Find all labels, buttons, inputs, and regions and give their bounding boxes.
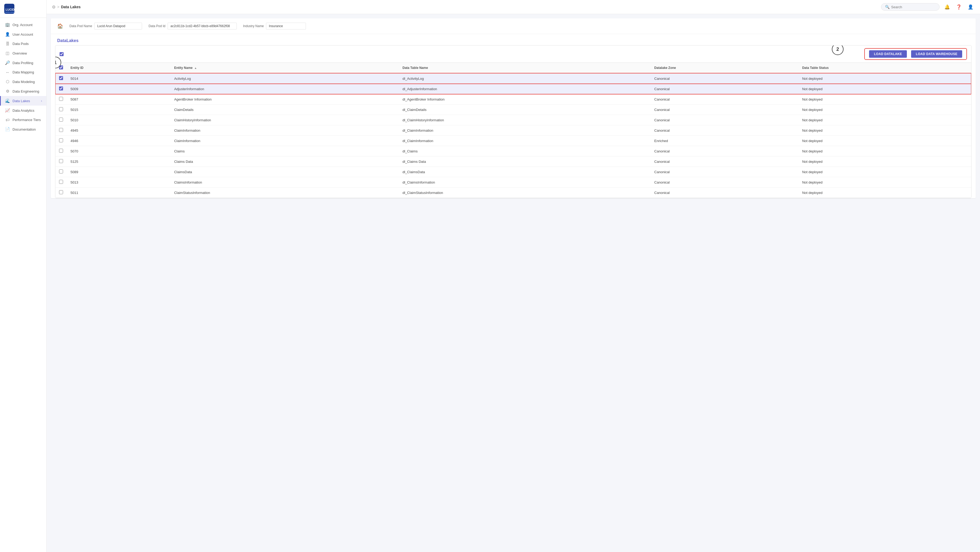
home-icon[interactable]: 🏠 [57, 23, 63, 29]
section-title: DataLakes [51, 34, 976, 45]
select-all-checkbox[interactable] [60, 52, 64, 56]
table-row: 5125 Claims Data dl_Claims Data Canonica… [55, 156, 971, 167]
sidebar-item-performance-tiers[interactable]: 🏷 Performance Tiers [0, 115, 46, 124]
breadcrumb: ⚙ > Data Lakes [52, 5, 878, 10]
row-checkbox-cell [55, 156, 67, 167]
sidebar-label-user-account: User Account [13, 32, 33, 37]
table-row: 4945 ClaimInformation dl_ClaimInformatio… [55, 125, 971, 136]
table-row: 5015 ClaimDetails dl_ClaimDetails Canoni… [55, 105, 971, 115]
help-button[interactable]: ❓ [955, 3, 963, 11]
row-checkbox[interactable] [59, 86, 63, 91]
row-table-name: dl_ClaimsInformation [399, 177, 651, 188]
sidebar-item-data-pods[interactable]: 🗄 Data Pods [0, 39, 46, 48]
datapod-id-input[interactable] [168, 22, 237, 30]
sidebar-item-data-mapping[interactable]: ↔ Data Mapping [0, 68, 46, 77]
sidebar-item-org-account[interactable]: 🏢 Org. Account [0, 20, 46, 30]
sidebar-label-data-lakes: Data Lakes [13, 99, 30, 103]
sidebar-label-data-pods: Data Pods [13, 42, 29, 46]
data-pods-icon: 🗄 [5, 41, 10, 46]
sidebar-label-documentation: Documentation [13, 127, 36, 131]
breadcrumb-icon: ⚙ [52, 5, 56, 10]
notifications-button[interactable]: 🔔 [943, 3, 951, 11]
sidebar-item-overview[interactable]: ◫ Overview [0, 48, 46, 58]
row-entity-name: ClaimInformation [170, 136, 399, 146]
row-checkbox[interactable] [59, 107, 63, 111]
row-checkbox[interactable] [59, 76, 63, 80]
row-checkbox-cell [55, 115, 67, 125]
table-row: 5013 ClaimsInformation dl_ClaimsInformat… [55, 177, 971, 188]
row-status: Not deployed [798, 115, 971, 125]
row-checkbox[interactable] [59, 97, 63, 101]
row-checkbox[interactable] [59, 128, 63, 132]
row-entity-name: ClaimInformation [170, 125, 399, 136]
row-checkbox[interactable] [59, 138, 63, 142]
search-box[interactable]: 🔍 [881, 3, 940, 11]
table-row: 4946 ClaimInformation dl_ClaimInformatio… [55, 136, 971, 146]
data-engineering-icon: ⚙ [5, 89, 10, 94]
row-entity-id: 5009 [67, 84, 170, 94]
data-modeling-icon: ⬡ [5, 79, 10, 84]
sidebar-item-data-analytics[interactable]: 📈 Data Analytics [0, 106, 46, 115]
user-account-icon: 👤 [5, 32, 10, 37]
row-entity-name: AgentBroker Information [170, 94, 399, 105]
sidebar-label-performance-tiers: Performance Tiers [13, 118, 41, 122]
sidebar-item-user-account[interactable]: 👤 User Account [0, 30, 46, 39]
row-status: Not deployed [798, 146, 971, 156]
sidebar-item-data-lakes[interactable]: 🌊 Data Lakes › [0, 96, 46, 106]
row-entity-name: Claims Data [170, 156, 399, 167]
sidebar-item-documentation[interactable]: 📄 Documentation [0, 124, 46, 134]
sidebar-label-data-profiling: Data Profiling [13, 61, 33, 65]
row-zone: Canonical [651, 188, 799, 198]
load-datalake-button[interactable]: LOAD DATALAKE [869, 50, 907, 58]
app-logo: LUCID DATA HUB [4, 4, 14, 14]
sidebar-label-org-account: Org. Account [13, 23, 32, 27]
page-title: Data Lakes [61, 5, 81, 9]
row-entity-id: 4946 [67, 136, 170, 146]
datapod-name-input[interactable] [94, 22, 142, 30]
row-checkbox[interactable] [59, 190, 63, 194]
col-entity-id: Entity ID [67, 63, 170, 73]
search-input[interactable] [891, 5, 935, 9]
row-checkbox[interactable] [59, 169, 63, 173]
row-zone: Canonical [651, 156, 799, 167]
row-table-name: dl_ClaimHistoryInformation [399, 115, 651, 125]
row-status: Not deployed [798, 125, 971, 136]
row-zone: Canonical [651, 125, 799, 136]
table-row: 5010 ClaimHistoryInformation dl_ClaimHis… [55, 115, 971, 125]
row-zone: Canonical [651, 177, 799, 188]
row-zone: Enriched [651, 136, 799, 146]
row-checkbox[interactable] [59, 180, 63, 184]
row-checkbox[interactable] [59, 159, 63, 163]
sidebar-item-data-modeling[interactable]: ⬡ Data Modeling [0, 77, 46, 86]
sidebar-item-data-profiling[interactable]: 🔎 Data Profiling [0, 58, 46, 68]
user-avatar-button[interactable]: 👤 [966, 3, 975, 11]
row-zone: Canonical [651, 84, 799, 94]
row-checkbox-cell [55, 188, 67, 198]
row-entity-name: ClaimsData [170, 167, 399, 177]
row-entity-name: ClaimsInformation [170, 177, 399, 188]
row-entity-id: 5089 [67, 167, 170, 177]
row-zone: Canonical [651, 105, 799, 115]
row-checkbox[interactable] [59, 118, 63, 122]
org-account-icon: 🏢 [5, 22, 10, 27]
overview-icon: ◫ [5, 51, 10, 56]
row-checkbox[interactable] [59, 149, 63, 153]
row-table-name: dl_AgentBroker Information [399, 94, 651, 105]
row-status: Not deployed [798, 167, 971, 177]
row-checkbox-cell [55, 146, 67, 156]
row-entity-id: 5013 [67, 177, 170, 188]
search-icon: 🔍 [885, 5, 889, 9]
row-checkbox-cell [55, 167, 67, 177]
data-table: Entity ID Entity Name ▲ Data Table Name … [55, 63, 971, 198]
row-zone: Canonical [651, 73, 799, 84]
row-entity-name: ClaimStatusInformation [170, 188, 399, 198]
row-table-name: dl_Claims Data [399, 156, 651, 167]
row-zone: Canonical [651, 146, 799, 156]
col-entity-name[interactable]: Entity Name ▲ [170, 63, 399, 73]
table-container: Entity ID Entity Name ▲ Data Table Name … [55, 63, 971, 198]
row-table-name: dl_ClaimDetails [399, 105, 651, 115]
industry-name-input[interactable] [266, 22, 306, 30]
row-table-name: dl_Claims [399, 146, 651, 156]
load-warehouse-button[interactable]: LOAD DATA WAREHOUSE [911, 50, 962, 58]
sidebar-item-data-engineering[interactable]: ⚙ Data Engineering [0, 86, 46, 96]
